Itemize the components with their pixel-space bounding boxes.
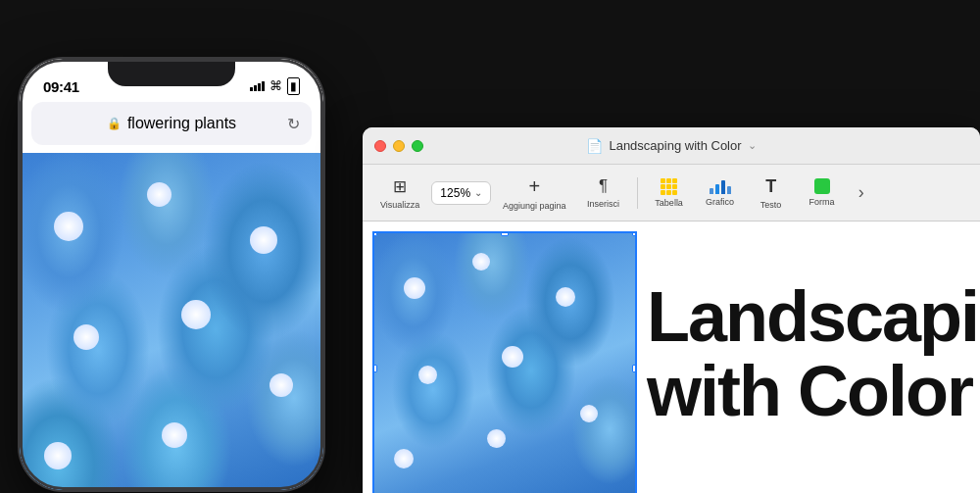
- doc-flower-center-3: [556, 287, 575, 307]
- iphone-notch: [108, 59, 235, 86]
- zoom-dropdown[interactable]: 125% ⌄: [431, 181, 491, 205]
- text-t-icon: T: [765, 176, 776, 197]
- title-chevron-icon: ⌄: [748, 139, 757, 152]
- document-content: Landscapi with Color: [363, 222, 980, 493]
- battery-icon: ▮: [287, 77, 300, 96]
- forma-button[interactable]: Forma: [799, 174, 846, 211]
- iphone-url-text[interactable]: flowering plants: [127, 115, 236, 132]
- document-image[interactable]: [372, 231, 637, 493]
- reload-icon[interactable]: ↻: [287, 115, 300, 133]
- handle-middle-left: [372, 365, 377, 372]
- doc-title-line1: Landscapi: [647, 280, 978, 355]
- toolbar-separator-1: [637, 177, 638, 209]
- paragraph-icon: ¶: [599, 176, 608, 196]
- lock-icon: 🔒: [107, 117, 122, 130]
- tabella-button[interactable]: Tabella: [646, 174, 693, 212]
- signal-bars-icon: [250, 81, 265, 91]
- more-button[interactable]: ›: [850, 178, 873, 207]
- minimize-button[interactable]: [393, 140, 405, 152]
- iphone-status-icons: ⌘ ▮: [250, 77, 300, 96]
- chart-icon: [710, 178, 731, 194]
- zoom-value: 125%: [440, 186, 470, 200]
- more-icon: ›: [858, 182, 864, 203]
- doc-flower-center-5: [502, 346, 523, 368]
- shape-square-icon: [814, 178, 830, 194]
- flower-center-7: [44, 442, 72, 469]
- table-icon: [661, 178, 677, 195]
- document-page: Landscapi with Color: [363, 222, 980, 493]
- handle-top-left: [372, 231, 377, 236]
- document-image-inner: [374, 233, 635, 493]
- flower-center-1: [54, 212, 83, 241]
- doc-flower-center-8: [487, 429, 506, 448]
- window-title-area: 📄 Landscaping with Color ⌄: [586, 138, 756, 154]
- iphone-screen: 09:41 ⌘ ▮ 🔒 flowering plants ↻: [20, 59, 323, 490]
- visualizza-label: Visualizza: [380, 200, 419, 210]
- grafico-label: Grafico: [706, 197, 734, 207]
- window-title-text: Landscaping with Color: [609, 138, 741, 153]
- tabella-label: Tabella: [655, 198, 683, 208]
- inserisci-label: Inserisci: [587, 199, 619, 209]
- document-icon: 📄: [586, 138, 603, 154]
- doc-flower-center-7: [394, 449, 414, 468]
- zoom-chevron-icon: ⌄: [474, 187, 482, 198]
- wifi-icon: ⌘: [270, 78, 282, 93]
- aggiungi-pagina-label: Aggiungi pagina: [503, 201, 566, 211]
- pages-window: 📄 Landscaping with Color ⌄ ⊞ Visualizza …: [363, 127, 980, 493]
- traffic-lights: [374, 140, 423, 152]
- visualizza-button[interactable]: ⊞ Visualizza: [372, 173, 427, 214]
- doc-flower-center-1: [404, 277, 425, 299]
- doc-title-line2: with Color: [647, 355, 978, 429]
- iphone-photo: [20, 153, 323, 490]
- flower-center-8: [162, 422, 187, 448]
- testo-button[interactable]: T Testo: [748, 173, 795, 214]
- handle-top-right: [632, 231, 637, 236]
- iphone-device: 09:41 ⌘ ▮ 🔒 flowering plants ↻: [20, 59, 323, 490]
- forma-label: Forma: [809, 197, 835, 207]
- doc-flower-center-2: [472, 253, 490, 271]
- iphone-time: 09:41: [43, 78, 79, 95]
- inserisci-button[interactable]: ¶ Inserisci: [578, 173, 629, 213]
- document-title-text: Landscapi with Color: [647, 280, 978, 428]
- testo-label: Testo: [760, 200, 782, 210]
- flower-center-5: [181, 300, 211, 329]
- window-titlebar: 📄 Landscaping with Color ⌄: [363, 127, 980, 165]
- maximize-button[interactable]: [412, 140, 423, 152]
- flower-center-6: [270, 373, 293, 397]
- flower-center-4: [74, 324, 99, 350]
- plus-icon: +: [529, 175, 541, 198]
- flower-center-3: [250, 226, 277, 254]
- close-button[interactable]: [374, 140, 386, 152]
- doc-flower-center-6: [580, 405, 598, 422]
- aggiungi-pagina-button[interactable]: + Aggiungi pagina: [495, 172, 574, 215]
- flower-center-2: [147, 182, 172, 207]
- iphone-address-bar[interactable]: 🔒 flowering plants ↻: [31, 102, 312, 145]
- toolbar: ⊞ Visualizza 125% ⌄ + Aggiungi pagina ¶ …: [363, 165, 980, 222]
- grafico-button[interactable]: Grafico: [697, 174, 744, 211]
- handle-middle-right: [632, 365, 637, 372]
- doc-flower-center-4: [418, 366, 437, 384]
- handle-top-middle: [501, 231, 509, 236]
- visualizza-icon: ⊞: [393, 176, 407, 197]
